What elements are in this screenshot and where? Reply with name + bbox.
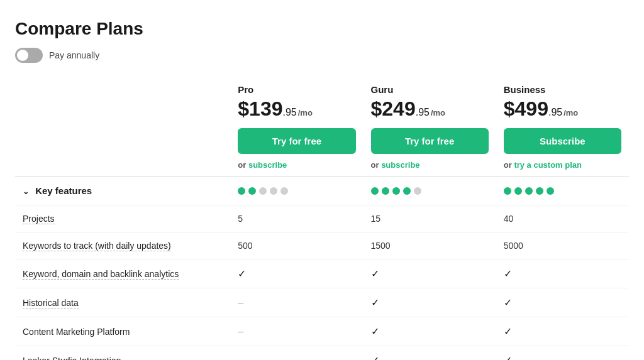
guru-dot-3 (392, 187, 400, 195)
business-dot-4 (536, 187, 543, 195)
dash-icon: – (238, 326, 243, 337)
pro-dot-2 (248, 187, 256, 195)
feature-value-plan-1: 1500 (364, 232, 496, 259)
guru-cta-button[interactable]: Try for free (371, 128, 489, 154)
key-features-section-header: ⌄ Key features (15, 177, 629, 205)
pro-plan-price: $139.95/mo (238, 97, 355, 121)
business-dots-cell (496, 177, 629, 205)
page-title: Compare Plans (15, 19, 629, 39)
feature-label-0: Projects (15, 205, 230, 232)
toggle-label: Pay annually (49, 50, 99, 60)
feature-value-plan-0: – (230, 346, 363, 361)
check-icon: ✓ (371, 297, 379, 308)
business-plan-header: Business $499.95/mo Subscribe or try a c… (496, 78, 629, 177)
dash-icon: – (238, 297, 243, 308)
guru-dots (371, 187, 489, 195)
check-icon: ✓ (504, 268, 512, 279)
chevron-down-icon: ⌄ (23, 187, 29, 196)
feature-name-text: Content Marketing Platform (23, 327, 130, 337)
feature-value-plan-1: 15 (364, 205, 496, 232)
business-or-text: or (504, 160, 514, 170)
guru-price-cents: .95 (416, 107, 430, 118)
feature-value-plan-1: ✓ (364, 288, 496, 317)
business-dot-3 (525, 187, 533, 195)
business-price-main: $499 (504, 97, 548, 121)
business-price-period: /mo (564, 108, 578, 117)
plans-header-row: Pro $139.95/mo Try for free or subscribe… (15, 78, 629, 177)
business-plan-price: $499.95/mo (504, 97, 621, 121)
guru-price-main: $249 (371, 97, 416, 121)
plans-table: Pro $139.95/mo Try for free or subscribe… (15, 78, 629, 360)
feature-label-5: Looker Studio Integration (15, 346, 230, 361)
pro-price-period: /mo (298, 108, 313, 117)
main-container: Compare Plans Pay annually Pro $139.95/m… (0, 0, 644, 360)
check-icon: ✓ (504, 297, 512, 308)
feature-label-1: Keywords to track (with daily updates) (15, 232, 230, 259)
feature-name-text: Looker Studio Integration (23, 356, 121, 361)
feature-name-text[interactable]: Keywords to track (with daily updates) (23, 241, 171, 251)
feature-label-2: Keyword, domain and backlink analytics (15, 259, 230, 288)
feature-value-plan-0: – (230, 288, 363, 317)
business-price-cents: .95 (548, 107, 562, 118)
guru-subscribe-link[interactable]: subscribe (381, 160, 419, 170)
business-secondary-row: or try a custom plan (504, 160, 621, 170)
pro-secondary-row: or subscribe (238, 160, 355, 170)
feature-value-plan-1: ✓ (364, 346, 496, 361)
feature-value-plan-2: ✓ (496, 288, 629, 317)
feature-row: Keywords to track (with daily updates)50… (15, 232, 629, 259)
business-cta-button[interactable]: Subscribe (504, 128, 621, 154)
check-icon: ✓ (371, 355, 379, 360)
feature-label-4: Content Marketing Platform (15, 317, 230, 346)
feature-value-plan-2: ✓ (496, 259, 629, 288)
feature-value-plan-0: – (230, 317, 363, 346)
business-custom-plan-link[interactable]: try a custom plan (514, 160, 582, 170)
guru-or-text: or (371, 160, 382, 170)
feature-label-3: Historical data (15, 288, 230, 317)
feature-row: Projects51540 (15, 205, 629, 232)
check-icon: ✓ (371, 326, 379, 337)
feature-value-plan-0: ✓ (230, 259, 363, 288)
pro-dot-1 (238, 187, 245, 195)
feature-value-plan-0: 500 (230, 232, 363, 259)
toggle-knob (17, 50, 28, 61)
guru-plan-name: Guru (371, 84, 489, 95)
feature-value-plan-2: 5000 (496, 232, 629, 259)
feature-name-text[interactable]: Keyword, domain and backlink analytics (23, 269, 179, 280)
pro-dot-3 (259, 187, 267, 195)
business-plan-name: Business (504, 84, 621, 95)
toggle-row: Pay annually (15, 48, 629, 63)
feature-value-plan-2: ✓ (496, 346, 629, 361)
feature-value-plan-1: ✓ (364, 259, 496, 288)
feature-value-plan-2: 40 (496, 205, 629, 232)
feature-value-plan-1: ✓ (364, 317, 496, 346)
check-icon: ✓ (504, 355, 512, 360)
feature-name-text[interactable]: Historical data (23, 298, 79, 308)
dash-icon: – (238, 355, 243, 361)
pro-subscribe-link[interactable]: subscribe (248, 160, 287, 170)
pro-cta-button[interactable]: Try for free (238, 128, 355, 154)
pro-dots (238, 187, 355, 195)
pro-plan-header: Pro $139.95/mo Try for free or subscribe (230, 78, 363, 177)
check-icon: ✓ (371, 268, 379, 279)
business-dot-5 (547, 187, 554, 195)
feature-row: Looker Studio Integration–✓✓ (15, 346, 629, 361)
guru-dots-cell (364, 177, 496, 205)
feature-row: Historical data–✓✓ (15, 288, 629, 317)
guru-dot-5 (414, 187, 421, 195)
key-features-label: ⌄ Key features (15, 177, 230, 205)
guru-plan-header: Guru $249.95/mo Try for free or subscrib… (364, 78, 496, 177)
pro-plan-name: Pro (238, 84, 355, 95)
feature-row: Keyword, domain and backlink analytics✓✓… (15, 259, 629, 288)
business-dot-1 (504, 187, 511, 195)
feature-row: Content Marketing Platform–✓✓ (15, 317, 629, 346)
feature-name-text[interactable]: Projects (23, 214, 55, 224)
guru-dot-4 (403, 187, 411, 195)
feature-value-plan-0: 5 (230, 205, 363, 232)
feature-column-header (15, 78, 230, 177)
guru-dot-1 (371, 187, 379, 195)
pro-or-text: or (238, 160, 248, 170)
pay-annually-toggle[interactable] (15, 48, 43, 63)
pro-dot-5 (280, 187, 288, 195)
guru-dot-2 (382, 187, 389, 195)
pro-dot-4 (270, 187, 277, 195)
